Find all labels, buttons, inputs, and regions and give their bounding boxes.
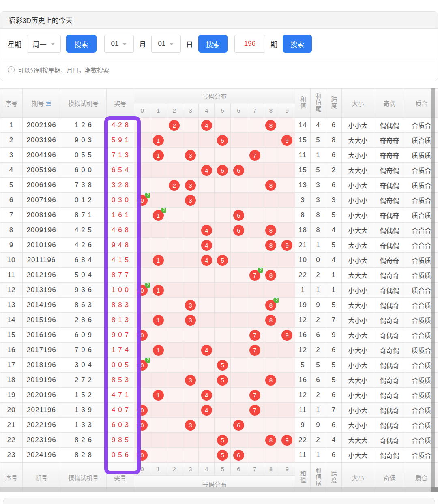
cell-issue: 2012196 xyxy=(23,268,60,283)
cell-span: 1 xyxy=(326,268,341,283)
cell-sum-tail: 1 xyxy=(310,238,326,253)
cell-sum-tail: 6 xyxy=(310,373,326,388)
table-row: 2020211961 3 94 0 70471117小小大偶偶奇合合质 xyxy=(0,403,438,418)
number-ball: 8 xyxy=(265,120,276,131)
digit-header-2: 2 xyxy=(166,103,182,118)
number-ball: 2 xyxy=(169,180,180,191)
cell-dist-5: 5 xyxy=(215,448,231,463)
cell-dist-5 xyxy=(215,403,231,418)
cell-parity: 偶奇偶 xyxy=(374,163,405,178)
day-select[interactable]: 01 xyxy=(151,35,181,53)
table-row: 320041960 5 57 1 31371116大小小奇奇奇质质质 xyxy=(0,148,438,163)
search-date-button[interactable]: 搜索 xyxy=(198,35,228,53)
search-bar: 星期 周一 搜索 01 月 01 日 搜索 196 期 搜索 xyxy=(0,29,438,59)
cell-test-number: 6 8 4 xyxy=(60,253,107,268)
cell-size: 大大小 xyxy=(341,298,374,313)
repeat-count-badge: 2 xyxy=(145,193,150,198)
cell-dist-0 xyxy=(134,238,150,253)
cell-dist-0 xyxy=(134,163,150,178)
header-sum-tail: 和值尾 xyxy=(310,89,326,118)
table-row: 1120121965 0 48 7 77282221大大大偶奇奇合质质 xyxy=(0,268,438,283)
number-ball: 4 xyxy=(201,390,212,401)
number-ball: 1 xyxy=(153,345,164,356)
cell-test-number: 6 0 9 xyxy=(60,328,107,343)
number-ball: 3 xyxy=(185,300,196,311)
cell-dist-5 xyxy=(215,118,231,133)
cell-dist-2 xyxy=(166,133,182,148)
issue-number-input[interactable]: 196 xyxy=(234,35,265,53)
cell-dist-4 xyxy=(198,268,215,283)
search-week-button[interactable]: 搜索 xyxy=(66,35,97,53)
cell-sum-tail: 8 xyxy=(310,208,326,223)
cell-issue: 2003196 xyxy=(23,133,60,148)
search-issue-button[interactable]: 搜索 xyxy=(283,35,312,53)
cell-sum: 22 xyxy=(295,268,310,283)
cell-dist-1 xyxy=(150,358,166,373)
cell-sum-tail: 1 xyxy=(310,448,326,463)
week-select[interactable]: 周一 xyxy=(27,35,61,53)
cell-test-number: 8 2 6 xyxy=(60,433,107,448)
header-issue-sortable[interactable]: 期号 xyxy=(23,89,60,118)
table-row: 620071960 1 20 3 0023333小小小偶奇偶合质合 xyxy=(0,193,438,208)
cell-dist-3 xyxy=(182,208,199,223)
page-title: 福彩3D历史上的今天 xyxy=(0,12,438,29)
number-ball: 6 xyxy=(233,450,244,461)
table-row: 1920201961 5 24 7 11471226小大小偶奇奇合质质 xyxy=(0,388,438,403)
cell-test-number: 4 2 6 xyxy=(60,238,107,253)
cell-dist-6 xyxy=(231,388,247,403)
cell-prize-number: 0 0 5 xyxy=(107,358,134,373)
cell-dist-5 xyxy=(215,298,231,313)
cell-dist-0: 0 xyxy=(134,328,150,343)
cell-prize-number: 8 7 7 xyxy=(107,268,134,283)
month-select[interactable]: 01 xyxy=(104,35,134,53)
cell-dist-3 xyxy=(182,358,199,373)
cell-dist-2 xyxy=(166,433,182,448)
cell-dist-2 xyxy=(166,148,182,163)
vertical-scrollbar[interactable] xyxy=(431,88,435,487)
horizontal-scrollbar[interactable] xyxy=(0,487,438,492)
cell-span: 8 xyxy=(326,133,341,148)
cell-prize-number: 1 0 0 xyxy=(107,283,134,298)
month-label: 月 xyxy=(139,39,146,49)
cell-dist-3 xyxy=(182,163,199,178)
digit-footer-3: 3 xyxy=(182,463,199,476)
digit-footer-1: 1 xyxy=(150,463,166,476)
cell-dist-1 xyxy=(150,298,166,313)
number-ball: 6 xyxy=(233,420,244,431)
cell-issue: 2005196 xyxy=(23,163,60,178)
cell-index: 12 xyxy=(0,283,23,298)
cell-dist-9 xyxy=(279,178,295,193)
cell-issue: 2023196 xyxy=(23,433,60,448)
cell-dist-5: 5 xyxy=(215,253,231,268)
header-size: 大小 xyxy=(341,89,374,118)
cell-size: 大大小 xyxy=(341,373,374,388)
cell-dist-8: 8 xyxy=(263,223,279,238)
cell-dist-8: 8 xyxy=(263,268,279,283)
cell-dist-9 xyxy=(279,373,295,388)
cell-dist-4 xyxy=(198,328,215,343)
cell-index: 21 xyxy=(0,418,23,433)
header-index: 序号 xyxy=(0,89,23,118)
header-sum: 和值 xyxy=(295,89,310,118)
cell-dist-9 xyxy=(279,388,295,403)
cell-dist-1: 1 xyxy=(150,253,166,268)
cell-dist-3 xyxy=(182,238,199,253)
cell-issue: 2004196 xyxy=(23,148,60,163)
repeat-count-badge: 2 xyxy=(273,298,279,303)
cell-dist-6: 6 xyxy=(231,223,247,238)
scrollbar-corner xyxy=(431,487,438,492)
cell-index: 4 xyxy=(0,163,23,178)
cell-test-number: 3 0 4 xyxy=(60,358,107,373)
number-ball: 2 xyxy=(169,120,180,131)
cell-dist-6 xyxy=(231,403,247,418)
number-ball: 0 xyxy=(137,330,148,341)
cell-dist-2: 2 xyxy=(166,178,182,193)
cell-dist-5 xyxy=(215,208,231,223)
table-row: 1320141968 6 38 8 33821995大大小偶偶奇合合质 xyxy=(0,298,438,313)
cell-dist-9: 9 xyxy=(279,133,295,148)
cell-size: 小小大 xyxy=(341,403,374,418)
cell-dist-8 xyxy=(263,148,279,163)
cell-prize-number: 6 5 4 xyxy=(107,163,134,178)
cell-sum: 11 xyxy=(295,148,310,163)
cell-dist-1 xyxy=(150,373,166,388)
